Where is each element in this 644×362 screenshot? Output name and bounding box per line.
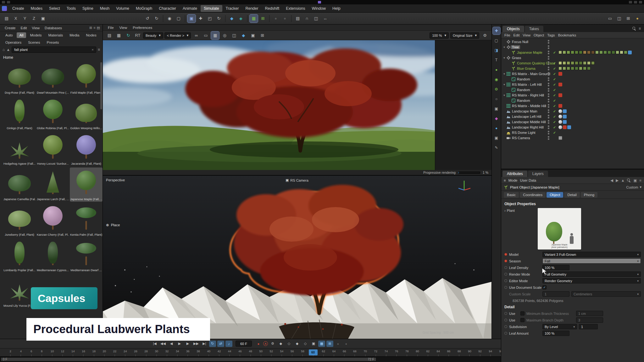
magnet-icon[interactable]: ∩ (303, 14, 311, 23)
scale-tool-icon[interactable]: ◰ (206, 14, 214, 23)
document-icon[interactable] (7, 1, 10, 3)
isolate-icon[interactable]: ◎ (220, 31, 229, 40)
rt-label[interactable]: RT (134, 31, 142, 40)
season-select[interactable]: Fall▾ (542, 258, 641, 264)
material-swatch[interactable] (571, 61, 574, 65)
expand-arrow-icon[interactable]: ▾ (502, 72, 506, 75)
editor-visibility-dot[interactable] (548, 109, 549, 111)
material-swatch[interactable] (579, 61, 582, 65)
axis-y-button[interactable]: Y (21, 14, 29, 23)
asset-item-japanese-maple-fall[interactable]: Japanese Maple (Fall, ... (70, 167, 103, 202)
menu-extensions[interactable]: Extensions (283, 5, 308, 12)
menu-volume[interactable]: Volume (113, 5, 132, 12)
camera-tool-icon[interactable]: ▣ (493, 134, 500, 142)
render-visibility-dot[interactable] (548, 90, 549, 92)
rv-menu-view[interactable]: View (117, 25, 130, 30)
render-mode-select[interactable]: Full Geometry▾ (542, 272, 641, 277)
sub-tab-scenes[interactable]: Scenes (25, 40, 43, 45)
capsule-tool-icon[interactable]: ◉ (493, 76, 500, 83)
user-data-button[interactable]: User Data (520, 178, 536, 182)
maximize-icon[interactable] (634, 1, 637, 3)
section-tab-detail[interactable]: Detail (564, 192, 580, 198)
asset-item-globe-robinia-fall-pl[interactable]: Globe Robinia (Fall, Pl... (36, 96, 69, 131)
next-key-button[interactable]: ▶▶ (192, 341, 200, 347)
om-menu-object[interactable]: Object (534, 33, 544, 37)
disabled-tool2-icon[interactable]: ● (281, 14, 289, 23)
tree-item-random[interactable]: Random✓ (501, 76, 644, 82)
expand-arrow-icon[interactable]: ▾ (502, 46, 506, 49)
menu-tools[interactable]: Tools (64, 5, 79, 12)
settings-gear-icon[interactable]: ⚙ (481, 31, 489, 40)
field-tag-icon[interactable] (628, 51, 632, 54)
live-selection-icon[interactable]: ◉ (165, 14, 174, 23)
minimum-branch-thickness-checkbox[interactable] (520, 311, 525, 315)
material-swatch[interactable] (571, 51, 574, 54)
timeline-range-bar[interactable]: 0 F 72 F (0, 356, 501, 362)
menu-spline[interactable]: Spline (79, 5, 97, 12)
record-position-icon[interactable]: ◆ (277, 341, 284, 347)
asset-item-lombardy-poplar-fall[interactable]: Lombardy Poplar (Fall... (3, 239, 36, 273)
filter-tab-materials[interactable]: Materials (46, 32, 66, 38)
field-tag-icon[interactable] (563, 109, 567, 113)
record-button[interactable]: ● (255, 341, 262, 347)
current-frame-field[interactable]: 60 F (236, 341, 252, 347)
sub-tab-presets[interactable]: Presets (44, 40, 62, 45)
text-tool-icon[interactable]: T (493, 56, 500, 64)
render-visibility-dot[interactable] (548, 53, 549, 54)
loop-button[interactable]: ↻ (209, 341, 216, 347)
menu-mesh[interactable]: Mesh (97, 5, 113, 12)
rv-menu-file[interactable]: File (105, 25, 116, 30)
editor-visibility-dot[interactable] (548, 104, 549, 106)
material-swatch[interactable] (624, 51, 627, 54)
search-icon[interactable] (632, 27, 636, 30)
render-visibility-dot[interactable] (548, 69, 549, 70)
minimize-icon[interactable] (629, 1, 632, 3)
enabled-check-icon[interactable]: ✓ (553, 77, 556, 81)
editor-visibility-dot[interactable] (548, 93, 549, 95)
render-target-select[interactable]: < Render >▾ (164, 32, 191, 39)
enabled-check-icon[interactable]: ✓ (553, 67, 556, 70)
layout-quad-icon[interactable]: ⊞ (624, 14, 632, 23)
dynamics-gear-icon[interactable]: ⚙ (493, 85, 500, 93)
solo-single-icon[interactable]: ● (343, 341, 350, 347)
model-select[interactable]: Variant 3 Full-Grown▾ (542, 252, 641, 257)
tree-item-rs-matrix-main-ground[interactable]: ▾RS Matrix - Main Ground✓ (501, 71, 644, 76)
asset-item-honey-locust-sunbur[interactable]: Honey Locust 'Sunbur... (36, 132, 69, 166)
subdivision-select[interactable]: By Level▾ (542, 324, 577, 329)
menu-select[interactable]: Select (46, 5, 63, 12)
asset-item-juneberry-fall-plant[interactable]: Juneberry (Fall, Plant) (3, 203, 36, 237)
layout-split-icon[interactable]: ◫ (615, 14, 623, 23)
app-logo-icon[interactable] (2, 6, 7, 11)
material-swatch[interactable] (599, 51, 603, 54)
solo-off-icon[interactable]: ● (335, 341, 341, 347)
forward-icon[interactable]: ▶ (616, 178, 619, 183)
om-tab-objects[interactable]: Objects (502, 26, 524, 32)
render-visibility-dot[interactable] (548, 85, 549, 86)
enabled-check-icon[interactable]: ✓ (553, 61, 556, 65)
protection-tag-icon[interactable] (558, 136, 562, 140)
denoise-icon[interactable]: ◆ (239, 31, 247, 40)
custom-scale-input[interactable]: 1 (542, 291, 569, 297)
camera-record-icon[interactable]: ▣ (310, 341, 317, 347)
material-swatch[interactable] (583, 67, 586, 70)
tree-item-landscape-main[interactable]: Landscape Main✓ (501, 108, 644, 114)
section-tab-basic[interactable]: Basic (504, 192, 519, 198)
tree-item-rs-matrix-middle-hill[interactable]: RS Matrix - Middle Hill✓ (501, 103, 644, 108)
copy-image-icon[interactable]: ▦ (115, 31, 123, 40)
enabled-check-icon[interactable]: ✓ (553, 99, 556, 102)
asset-menu-databases[interactable]: Databases (42, 25, 64, 30)
menu-modes[interactable]: Modes (28, 5, 46, 12)
render-image[interactable] (103, 40, 435, 170)
simulate-tool-icon[interactable]: ▣ (187, 14, 196, 23)
perspective-viewport[interactable]: Perspective ▣ RS Camera ⊕ Place Grid Spa… (103, 176, 491, 339)
up-icon[interactable]: ▲ (6, 47, 10, 52)
editor-visibility-dot[interactable] (548, 83, 549, 84)
snap-frame-icon[interactable]: ▦ (318, 341, 325, 347)
search-settings-icon[interactable]: ≡ (98, 47, 100, 52)
go-to-start-button[interactable]: |◀ (151, 341, 158, 347)
ipr-toggle-icon[interactable]: ◈ (237, 14, 245, 23)
leaf-amount-input[interactable]: 100 % (542, 331, 569, 336)
keyframe-dot[interactable] (504, 279, 507, 282)
filter-tab-auto[interactable]: Auto (3, 32, 16, 38)
volume-tool-icon[interactable]: ● (493, 124, 500, 132)
